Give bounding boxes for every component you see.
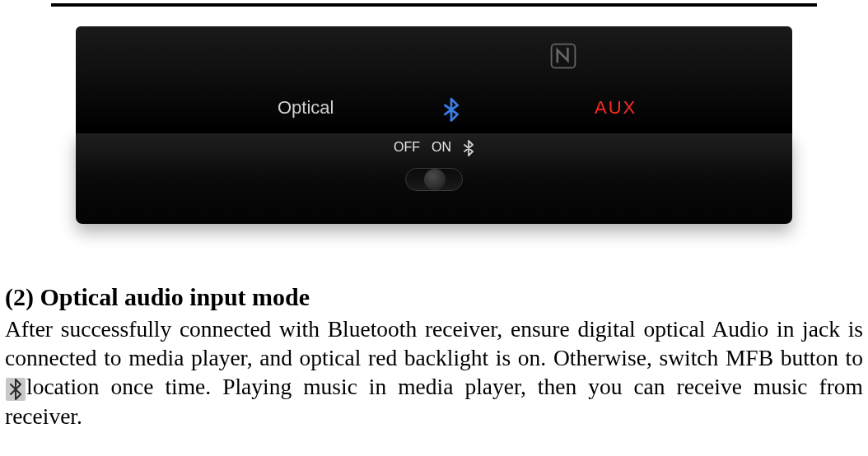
bluetooth-icon [442,97,460,119]
figure-container: Optical AUX OFF ON [0,0,868,260]
section-heading: (2) Optical audio input mode [5,283,863,311]
power-switch-area: OFF ON [394,138,474,156]
device-top-panel: Optical AUX [76,26,792,133]
device-illustration: Optical AUX OFF ON [76,26,792,224]
product-figure: Optical AUX OFF ON [51,3,817,260]
switch-on-label: ON [432,140,451,155]
body-text-part1: After successfully connected with Blueto… [5,316,863,370]
device-bottom-panel: OFF ON [76,133,792,224]
nfc-icon [548,41,578,71]
optical-label: Optical [278,97,334,119]
switch-knob [424,169,446,190]
switch-off-label: OFF [394,140,420,155]
power-switch[interactable] [405,168,463,191]
bluetooth-icon [463,140,474,156]
section-body: After successfully connected with Blueto… [5,314,863,430]
aux-label: AUX [595,97,637,119]
body-text-part2: location once time. Playing music in med… [5,374,863,428]
bluetooth-icon [6,378,26,401]
content-section: (2) Optical audio input mode After succe… [0,260,868,430]
